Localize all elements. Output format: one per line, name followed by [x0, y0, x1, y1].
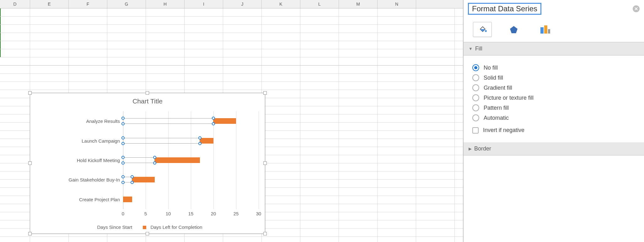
- radio-no-fill[interactable]: No fill: [472, 64, 635, 71]
- svg-point-0: [485, 30, 487, 32]
- radio-picture-fill[interactable]: Picture or texture fill: [472, 94, 635, 101]
- selection-point-icon: [121, 142, 125, 145]
- col-header[interactable]: J: [223, 0, 262, 8]
- resize-handle[interactable]: [28, 161, 32, 165]
- chart-legend[interactable]: Days Since Start Days Left for Completio…: [30, 224, 265, 230]
- radio-solid-fill[interactable]: Solid fill: [472, 74, 635, 81]
- selection-point-icon: [212, 117, 215, 120]
- selection-point-icon: [121, 175, 125, 178]
- selection-point-icon: [212, 122, 215, 125]
- spreadsheet-grid[interactable]: D E F G H I J K L M N Chart Title Analyz…: [0, 0, 463, 242]
- legend-label: Days Left for Completion: [150, 224, 202, 230]
- x-tick-label: 10: [166, 211, 171, 216]
- selection-point-icon: [121, 181, 125, 184]
- series-bar-days-since-start[interactable]: [123, 157, 155, 163]
- selection-point-icon: [198, 142, 201, 145]
- radio-icon: [472, 94, 479, 101]
- col-header[interactable]: N: [378, 0, 416, 8]
- resize-handle[interactable]: [28, 232, 32, 235]
- selection-point-icon: [121, 136, 125, 139]
- radio-gradient-fill[interactable]: Gradient fill: [472, 84, 635, 91]
- section-label: Fill: [475, 45, 482, 52]
- radio-label: Solid fill: [484, 75, 503, 81]
- resize-handle[interactable]: [146, 232, 149, 235]
- col-header[interactable]: H: [146, 0, 185, 8]
- radio-label: Pattern fill: [484, 105, 509, 111]
- category-label: Gain Stakeholder Buy-In: [69, 177, 120, 182]
- col-header[interactable]: L: [300, 0, 339, 8]
- x-tick-label: 0: [122, 211, 124, 216]
- radio-icon: [472, 64, 479, 71]
- bar-chart-icon: [539, 25, 551, 34]
- radio-icon: [472, 104, 479, 111]
- chart-plot[interactable]: Analyze ResultsLaunch CampaignHold Kicko…: [41, 111, 259, 209]
- svg-rect-1: [540, 27, 544, 34]
- checkbox-icon: [472, 127, 479, 134]
- col-header[interactable]: M: [339, 0, 378, 8]
- disclosure-down-icon: ▼: [469, 46, 473, 51]
- x-tick-label: 5: [144, 211, 147, 216]
- x-tick-label: 15: [188, 211, 194, 216]
- pane-header: Format Data Series: [464, 0, 644, 18]
- radio-label: No fill: [484, 65, 498, 71]
- col-header[interactable]: F: [69, 0, 107, 8]
- series-bar-days-since-start[interactable]: [123, 118, 213, 124]
- series-bar-days-left[interactable]: [213, 118, 236, 124]
- series-bar-days-left[interactable]: [123, 197, 132, 202]
- checkbox-invert-negative[interactable]: Invert if negative: [472, 127, 635, 134]
- pane-tabs: [464, 18, 644, 42]
- category-label: Hold Kickoff Meeting: [77, 158, 120, 163]
- series-bar-days-left[interactable]: [200, 138, 213, 144]
- selection-point-icon: [121, 156, 125, 159]
- col-header[interactable]: E: [30, 0, 69, 8]
- series-bar-days-left[interactable]: [132, 177, 155, 182]
- col-header[interactable]: K: [262, 0, 300, 8]
- resize-handle[interactable]: [263, 161, 267, 165]
- fill-line-tab[interactable]: [473, 22, 492, 37]
- fill-section-body: No fill Solid fill Gradient fill Picture…: [464, 55, 644, 142]
- selection-point-icon: [131, 181, 134, 184]
- radio-label: Gradient fill: [484, 85, 512, 91]
- radio-icon: [472, 84, 479, 91]
- resize-handle[interactable]: [28, 91, 32, 95]
- embedded-chart[interactable]: Chart Title Analyze ResultsLaunch Campai…: [30, 93, 265, 234]
- radio-label: Automatic: [484, 115, 509, 121]
- checkbox-label: Invert if negative: [483, 127, 524, 134]
- x-tick-label: 20: [211, 211, 216, 216]
- selection-point-icon: [121, 117, 125, 120]
- paint-bucket-icon: [478, 25, 487, 34]
- close-icon[interactable]: [633, 5, 640, 12]
- pane-title[interactable]: Format Data Series: [468, 3, 541, 15]
- border-section-header[interactable]: ▶ Border: [464, 142, 644, 155]
- series-bar-days-since-start[interactable]: [123, 138, 200, 144]
- radio-pattern-fill[interactable]: Pattern fill: [472, 104, 635, 111]
- effects-tab[interactable]: [504, 22, 523, 37]
- radio-label: Picture or texture fill: [484, 95, 534, 101]
- selection-point-icon: [153, 161, 156, 165]
- resize-handle[interactable]: [263, 232, 267, 235]
- selection-point-icon: [198, 136, 201, 139]
- legend-swatch-blank-icon: [90, 226, 93, 229]
- series-bar-days-left[interactable]: [155, 157, 200, 163]
- format-pane: Format Data Series ▼ Fill: [463, 0, 644, 242]
- pentagon-icon: [509, 25, 518, 34]
- disclosure-right-icon: ▶: [469, 146, 472, 151]
- x-tick-label: 25: [233, 211, 239, 216]
- radio-icon: [472, 74, 479, 81]
- selection-point-icon: [153, 156, 156, 159]
- col-header[interactable]: I: [185, 0, 223, 8]
- resize-handle[interactable]: [146, 91, 149, 95]
- column-headers: D E F G H I J K L M N: [0, 0, 463, 8]
- radio-automatic[interactable]: Automatic: [472, 114, 635, 121]
- series-options-tab[interactable]: [536, 22, 555, 37]
- col-header[interactable]: G: [107, 0, 146, 8]
- fill-section-header[interactable]: ▼ Fill: [464, 42, 644, 55]
- col-header[interactable]: D: [0, 0, 30, 8]
- x-tick-label: 30: [256, 211, 261, 216]
- category-label: Launch Campaign: [82, 138, 120, 143]
- section-label: Border: [474, 145, 491, 152]
- resize-handle[interactable]: [263, 91, 267, 95]
- selection-point-icon: [131, 175, 134, 178]
- chart-title[interactable]: Chart Title: [30, 93, 265, 107]
- selection-point-icon: [121, 122, 125, 125]
